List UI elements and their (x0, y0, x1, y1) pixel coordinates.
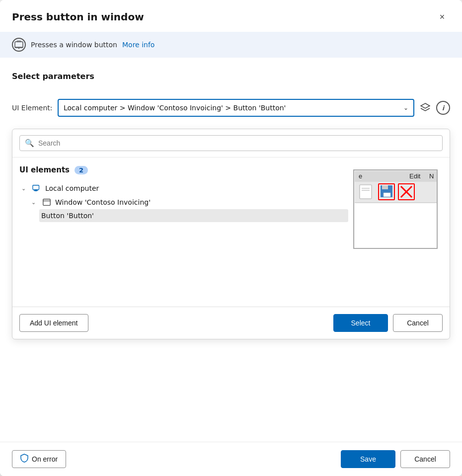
save-button[interactable]: Save (341, 450, 395, 468)
tree-panel: UI elements 2 ⌄ Local computer (12, 158, 450, 307)
svg-rect-8 (43, 199, 50, 206)
search-input[interactable] (38, 139, 437, 147)
tree-item-window[interactable]: ⌄ Window 'Contoso Invoicing' (29, 195, 348, 209)
info-bar-text: Presses a window button (31, 41, 117, 49)
ui-element-dropdown[interactable]: Local computer > Window 'Contoso Invoici… (58, 99, 414, 117)
cancel-panel-button[interactable]: Cancel (393, 314, 443, 332)
panel-btn-group: Select Cancel (333, 314, 443, 332)
svg-text:Edit: Edit (409, 172, 421, 180)
svg-rect-0 (15, 42, 23, 48)
local-computer-label: Local computer (45, 184, 99, 192)
field-label: UI Element: (12, 104, 53, 112)
search-bar: 🔍 (12, 129, 450, 158)
info-bar-icon (12, 38, 26, 52)
svg-text:N: N (429, 172, 434, 180)
tree-label: UI elements (19, 165, 70, 174)
window-icon (42, 198, 51, 207)
dialog: Press button in window × Presses a windo… (0, 0, 462, 476)
svg-rect-21 (382, 185, 388, 189)
tree-item-local-computer[interactable]: ⌄ Local computer (19, 181, 348, 195)
svg-rect-16 (360, 185, 372, 199)
svg-rect-1 (17, 41, 21, 42)
tree-section: UI elements 2 ⌄ Local computer (19, 165, 348, 299)
dialog-body: Select parameters UI Element: Local comp… (0, 58, 462, 442)
tree-header: UI elements 2 (19, 165, 348, 174)
button-tree-label: Button 'Button' (41, 212, 94, 220)
svg-rect-22 (384, 193, 390, 197)
svg-marker-4 (421, 103, 430, 108)
field-input-wrapper: Local computer > Window 'Contoso Invoici… (58, 99, 450, 117)
select-button[interactable]: Select (333, 314, 388, 332)
add-ui-element-button[interactable]: Add UI element (19, 314, 88, 332)
dialog-header: Press button in window × (0, 0, 462, 32)
search-input-wrapper[interactable]: 🔍 (19, 135, 443, 151)
close-button[interactable]: × (434, 9, 450, 25)
preview-panel: Edit e N (348, 165, 443, 299)
chevron-right-icon-2: ⌄ (31, 199, 38, 206)
dropdown-value: Local computer > Window 'Contoso Invoici… (64, 104, 403, 112)
svg-rect-5 (33, 185, 39, 190)
info-icon-button[interactable]: i (436, 101, 450, 115)
tree-badge: 2 (75, 166, 88, 174)
dialog-footer: On error Save Cancel (0, 442, 462, 476)
svg-rect-11 (355, 171, 437, 182)
more-info-link[interactable]: More info (122, 41, 154, 49)
svg-point-3 (18, 48, 19, 49)
tree-item-button[interactable]: Button 'Button' (39, 209, 348, 222)
panel-footer: Add UI element Select Cancel (12, 307, 450, 339)
ui-element-row: UI Element: Local computer > Window 'Con… (12, 99, 450, 117)
preview-svg: Edit e N (355, 171, 437, 248)
footer-right: Save Cancel (341, 450, 450, 468)
search-icon: 🔍 (25, 139, 34, 148)
section-title: Select parameters (12, 72, 450, 81)
svg-rect-26 (355, 203, 437, 248)
preview-image: Edit e N (353, 169, 438, 249)
on-error-button[interactable]: On error (12, 450, 66, 468)
chevron-right-icon: ⌄ (21, 185, 28, 192)
dropdown-panel: 🔍 UI elements 2 ⌄ (12, 129, 450, 339)
cancel-button[interactable]: Cancel (400, 450, 450, 468)
window-label: Window 'Contoso Invoicing' (55, 198, 151, 206)
computer-icon (32, 184, 41, 193)
dialog-title: Press button in window (12, 11, 144, 23)
shield-icon (20, 454, 28, 465)
info-bar: Presses a window button More info (0, 32, 462, 58)
svg-text:e: e (359, 172, 362, 180)
on-error-label: On error (32, 455, 58, 463)
layers-icon[interactable] (418, 101, 432, 115)
chevron-down-icon: ⌄ (403, 104, 408, 111)
